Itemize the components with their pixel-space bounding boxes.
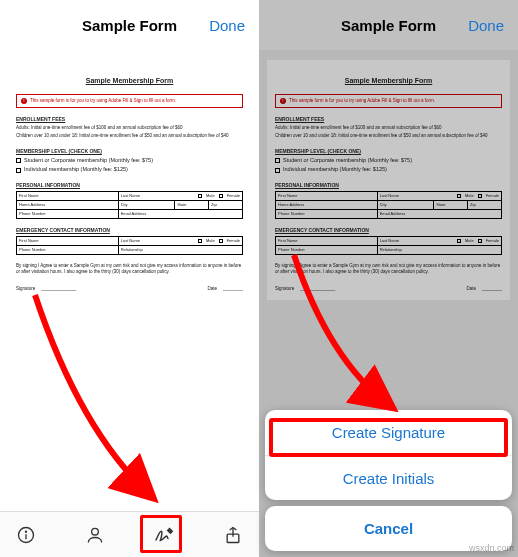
done-button[interactable]: Done	[468, 17, 504, 34]
cell-zip: Zip	[209, 201, 243, 210]
cell-email: Email Address	[118, 210, 242, 219]
cell-city: City	[118, 201, 175, 210]
cell-state: State	[175, 201, 209, 210]
cell-e-phone: Phone Number	[17, 246, 119, 255]
create-initials-button[interactable]: Create Initials	[265, 455, 512, 500]
checkbox-option[interactable]: Individual membership (Monthly fee: $125…	[16, 166, 243, 174]
notice-banner: ! This sample form is for you to try usi…	[16, 94, 243, 108]
svg-point-1	[26, 531, 27, 532]
checkbox-icon	[16, 158, 21, 163]
section-fees-title: ENROLLMENT FEES	[16, 116, 243, 123]
comment-button[interactable]	[12, 521, 40, 549]
toolbar	[0, 511, 259, 557]
header-left: Sample Form Done	[0, 0, 259, 50]
profile-button[interactable]	[81, 521, 109, 549]
cell-e-rel: Relationship	[118, 246, 242, 255]
page-title: Sample Form	[82, 17, 177, 34]
alert-icon: !	[280, 98, 286, 104]
document-page: Sample Membership Form !This sample form…	[267, 60, 510, 300]
checkbox-icon[interactable]	[198, 239, 202, 243]
svg-point-3	[92, 528, 99, 535]
done-button[interactable]: Done	[209, 17, 245, 34]
watermark: wsxdn.com	[469, 543, 514, 553]
pane-left: Sample Form Done Sample Membership Form …	[0, 0, 259, 557]
checkbox-option[interactable]: Student or Corporate membership (Monthly…	[16, 157, 243, 165]
alert-icon: !	[21, 98, 27, 104]
share-icon	[223, 525, 243, 545]
notice-text: This sample form is for you to try using…	[30, 98, 176, 104]
cell-first-name: First Name	[17, 192, 119, 201]
action-sheet: Create Signature Create Initials Cancel	[259, 410, 518, 557]
section-emergency-title: EMERGENCY CONTACT INFORMATION	[16, 227, 243, 234]
pane-right: Sample Form Done Sample Membership Form …	[259, 0, 518, 557]
cell-e-last: Last Name Male Female	[118, 237, 242, 246]
cell-last-name: Last Name Male Female	[118, 192, 242, 201]
share-button[interactable]	[219, 521, 247, 549]
checkbox-icon[interactable]	[219, 194, 223, 198]
fees-line2: Children over 10 and under 18: Initial o…	[16, 133, 243, 139]
annotation-highlight-box	[269, 418, 508, 457]
cell-e-first: First Name	[17, 237, 119, 246]
comment-icon	[16, 525, 36, 545]
section-personal-title: PERSONAL INFORMATION	[16, 182, 243, 189]
fees-line1: Adults: Initial one-time enrollment fee …	[16, 125, 243, 131]
cell-phone: Phone Number	[17, 210, 119, 219]
page-title: Sample Form	[341, 17, 436, 34]
checkbox-icon[interactable]	[198, 194, 202, 198]
document-viewport[interactable]: Sample Membership Form ! This sample for…	[0, 50, 259, 511]
checkbox-icon[interactable]	[219, 239, 223, 243]
cell-home-address: Home Address	[17, 201, 119, 210]
emergency-table: First Name Last Name Male Female Phone N…	[16, 236, 243, 255]
personal-table: First Name Last Name Male Female Home Ad…	[16, 191, 243, 219]
signature-row: Signature______________ Date________	[16, 286, 243, 292]
doc-title: Sample Membership Form	[16, 76, 243, 86]
section-level-title: MEMBERSHIP LEVEL (CHECK ONE)	[16, 148, 243, 155]
person-icon	[85, 525, 105, 545]
document-page: Sample Membership Form ! This sample for…	[8, 60, 251, 300]
header-right: Sample Form Done	[259, 0, 518, 50]
checkbox-icon	[16, 168, 21, 173]
annotation-highlight-box	[140, 515, 182, 553]
agreement-text: By signing I Agree to enter a Sample Gym…	[16, 263, 243, 276]
